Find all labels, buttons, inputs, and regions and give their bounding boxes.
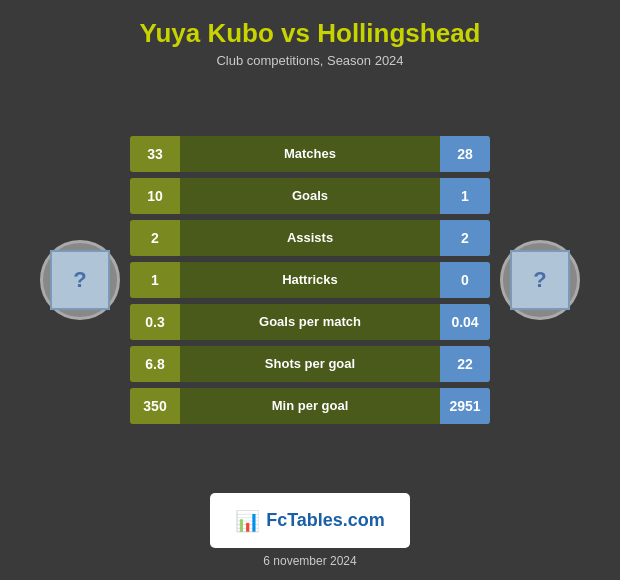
player-left-avatar: ? xyxy=(30,240,130,320)
stat-row: 350Min per goal2951 xyxy=(130,388,490,424)
stat-label: Assists xyxy=(180,230,440,245)
stat-label: Min per goal xyxy=(180,398,440,413)
stat-row: 33Matches28 xyxy=(130,136,490,172)
stat-label: Matches xyxy=(180,146,440,161)
content-area: ? 33Matches2810Goals12Assists21Hattricks… xyxy=(0,74,620,485)
stat-value-left: 2 xyxy=(130,220,180,256)
logo-icon: 📊 xyxy=(235,509,260,533)
stat-row: 1Hattricks0 xyxy=(130,262,490,298)
stat-label: Goals per match xyxy=(180,314,440,329)
stat-value-right: 0 xyxy=(440,262,490,298)
player-right-placeholder: ? xyxy=(510,250,570,310)
stat-value-left: 10 xyxy=(130,178,180,214)
stat-value-left: 0.3 xyxy=(130,304,180,340)
stat-row: 0.3Goals per match0.04 xyxy=(130,304,490,340)
stat-value-right: 0.04 xyxy=(440,304,490,340)
stat-value-right: 28 xyxy=(440,136,490,172)
stat-row: 2Assists2 xyxy=(130,220,490,256)
stat-value-right: 2 xyxy=(440,220,490,256)
stat-value-left: 33 xyxy=(130,136,180,172)
stat-label: Goals xyxy=(180,188,440,203)
stat-label: Shots per goal xyxy=(180,356,440,371)
stat-label: Hattricks xyxy=(180,272,440,287)
stat-value-left: 6.8 xyxy=(130,346,180,382)
page-title: Yuya Kubo vs Hollingshead Club competiti… xyxy=(130,0,491,74)
stat-value-left: 350 xyxy=(130,388,180,424)
stat-value-right: 1 xyxy=(440,178,490,214)
player-left-placeholder: ? xyxy=(50,250,110,310)
stat-row: 6.8Shots per goal22 xyxy=(130,346,490,382)
stats-table: 33Matches2810Goals12Assists21Hattricks00… xyxy=(130,136,490,424)
player-right-avatar: ? xyxy=(490,240,590,320)
stat-value-right: 22 xyxy=(440,346,490,382)
stat-row: 10Goals1 xyxy=(130,178,490,214)
stat-value-right: 2951 xyxy=(440,388,490,424)
footer-date: 6 november 2024 xyxy=(263,554,356,568)
stat-value-left: 1 xyxy=(130,262,180,298)
header: Yuya Kubo vs Hollingshead Club competiti… xyxy=(130,0,491,74)
footer-logo: 📊 FcTables.com xyxy=(210,493,410,548)
